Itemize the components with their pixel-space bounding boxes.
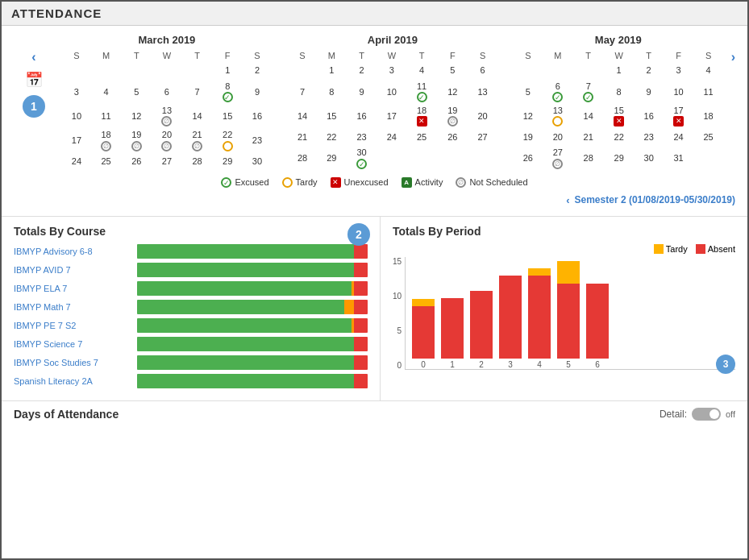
course-name[interactable]: IBMYP AVID 7: [14, 265, 131, 275]
cal-cell: 1: [317, 62, 346, 80]
cal-cell: 22: [212, 128, 243, 152]
cal-table-2: SMTWTFS123456✓7✓89101112131415✕1617✕1819…: [514, 49, 723, 171]
cal-cell: [121, 62, 152, 80]
semester-prev[interactable]: ‹: [566, 194, 569, 206]
cal-cell: 6✓: [543, 80, 573, 104]
cal-cell: 24: [664, 128, 694, 146]
cal-cell: 2: [243, 62, 272, 80]
bar-absent: [441, 298, 464, 359]
cal-header: T: [182, 49, 213, 62]
legend-label: Tardy: [296, 177, 318, 187]
cal-cell: [152, 62, 182, 80]
cal-cell: 10: [664, 80, 694, 104]
course-name[interactable]: IBMYP ELA 7: [14, 284, 131, 293]
cal-header: T: [573, 49, 604, 62]
legend-tardy-icon: [282, 177, 293, 188]
prev-arrow[interactable]: ‹: [31, 50, 35, 64]
tardy-icon: [552, 116, 563, 127]
cal-cell: 29: [212, 153, 243, 171]
cal-cell: [468, 146, 497, 170]
cal-cell: 6: [152, 80, 182, 104]
bar-absent: [499, 276, 522, 359]
bar-green: [137, 318, 352, 333]
badge-2[interactable]: 2: [347, 223, 370, 246]
bar-tardy: [528, 268, 551, 276]
cal-cell: 16: [243, 104, 272, 128]
cal-cell: 14: [573, 104, 604, 128]
course-row: IBMYP Advisory 6-8: [14, 244, 368, 259]
cal-cell: 8: [317, 80, 346, 104]
cal-cell: 20∅: [152, 128, 182, 152]
course-bar: [137, 300, 368, 314]
period-legend-item: Absent: [696, 244, 735, 254]
next-arrow[interactable]: ›: [731, 50, 735, 64]
cal-header: T: [346, 49, 377, 62]
cal-cell: 25: [694, 128, 723, 146]
course-name[interactable]: IBMYP Advisory 6-8: [14, 247, 131, 256]
course-bar: [137, 318, 368, 333]
cal-header: T: [406, 49, 437, 62]
detail-toggle[interactable]: [692, 408, 721, 421]
cal-cell: 28: [288, 146, 317, 170]
days-section: Days of Attendance Detail: off: [2, 401, 747, 427]
cal-cell: 18✕: [406, 104, 437, 128]
course-bar: [137, 374, 368, 388]
semester-label[interactable]: Semester 2 (01/08/2019-05/30/2019): [575, 194, 735, 205]
period-bar-group: 0: [412, 299, 435, 369]
cal-cell: [377, 146, 406, 170]
cal-cell: 29: [317, 146, 346, 170]
cal-cell: 5: [514, 80, 543, 104]
course-row: IBMYP Science 7: [14, 337, 368, 351]
calendar-icon[interactable]: 📅: [25, 71, 43, 89]
cal-header: W: [377, 49, 406, 62]
semester-nav: ‹ Semester 2 (01/08/2019-05/30/2019): [14, 191, 735, 208]
cal-cell: 6: [468, 62, 497, 80]
course-name[interactable]: IBMYP Math 7: [14, 302, 131, 312]
notscheduled-icon: ∅: [161, 116, 172, 127]
course-name[interactable]: IBMYP PE 7 S2: [14, 321, 131, 330]
cal-cell: 24: [62, 153, 91, 171]
cal-header: M: [91, 49, 122, 62]
cal-cell: 14: [182, 104, 213, 128]
course-name[interactable]: IBMYP Soc Studies 7: [14, 358, 131, 367]
course-name[interactable]: Spanish Literacy 2A: [14, 376, 131, 386]
bar-absent: [557, 284, 580, 359]
cal-cell: 10: [377, 80, 406, 104]
detail-label: Detail:: [660, 409, 687, 420]
cal-cell: [288, 62, 317, 80]
attendance-container: ATTENDANCE ‹ 📅 1 March 2019SMTWTFS123456…: [0, 0, 749, 560]
cal-cell: 17: [377, 104, 406, 128]
cal-cell: 27∅: [543, 146, 573, 170]
toggle-state-label: off: [726, 409, 735, 419]
month-0: March 2019SMTWTFS12345678✓910111213∅1415…: [62, 34, 272, 171]
month-1: April 2019SMTWTFS1234567891011✓121314151…: [288, 34, 497, 171]
cal-cell: [543, 62, 573, 80]
cal-cell: [573, 62, 604, 80]
badge-3[interactable]: 3: [716, 355, 735, 374]
legend-activity-icon: A: [402, 177, 412, 188]
bar-tardy: [412, 299, 435, 306]
bar-absent: [412, 306, 435, 359]
bar-red: [354, 244, 368, 259]
cal-cell: 21: [573, 128, 604, 146]
cal-header: W: [604, 49, 635, 62]
period-legend-item: Tardy: [654, 244, 688, 254]
page-title: ATTENDANCE: [2, 2, 747, 26]
legend-label: Excused: [235, 177, 268, 187]
legend-label: Not Scheduled: [469, 177, 527, 187]
cal-cell: 22: [317, 128, 346, 146]
cal-cell: 9: [243, 80, 272, 104]
cal-cell: 25: [406, 128, 437, 146]
badge-1[interactable]: 1: [23, 95, 45, 118]
course-name[interactable]: IBMYP Science 7: [14, 339, 131, 349]
bar-orange: [344, 300, 353, 314]
cal-cell: 13∅: [152, 104, 182, 128]
cal-header: M: [543, 49, 573, 62]
cal-header: W: [152, 49, 182, 62]
bar-red: [354, 337, 368, 351]
course-row: IBMYP Math 7: [14, 300, 368, 314]
bar-absent: [528, 276, 551, 359]
cal-cell: [182, 62, 213, 80]
cal-cell: 8✓: [212, 80, 243, 104]
cal-header: S: [288, 49, 317, 62]
